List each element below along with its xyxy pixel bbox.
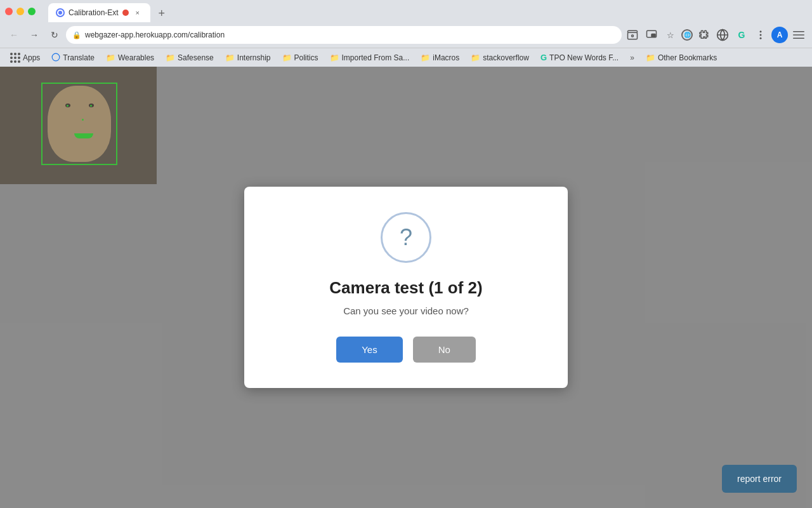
bookmarks-bar: Apps Translate 📁 Wearables 📁 Safesense 📁… xyxy=(0,48,812,67)
tab-title: Calibration-Ext xyxy=(69,8,119,17)
svg-point-6 xyxy=(760,34,762,36)
translate-extension-icon[interactable] xyxy=(714,27,731,43)
camera-test-dialog: ? Camera test (1 of 2) Can you see your … xyxy=(244,187,568,388)
tpo-label: TPO New Words F... xyxy=(549,53,619,62)
extensions-more-button[interactable] xyxy=(752,27,769,43)
bookmark-imported[interactable]: 📁 Imported From Sa... xyxy=(325,51,415,64)
wearables-label: Wearables xyxy=(118,53,154,62)
more-bookmarks-button[interactable]: » xyxy=(625,51,639,64)
politics-label: Politics xyxy=(294,53,318,62)
title-bar: Calibration-Ext × + xyxy=(0,0,812,22)
internship-folder-icon: 📁 xyxy=(225,53,235,62)
dialog-overlay: ? Camera test (1 of 2) Can you see your … xyxy=(0,67,812,508)
tab-favicon xyxy=(56,8,65,17)
imported-label: Imported From Sa... xyxy=(342,53,410,62)
bookmark-internship[interactable]: 📁 Internship xyxy=(220,51,276,64)
active-tab[interactable]: Calibration-Ext × xyxy=(48,3,150,22)
safesense-folder-icon: 📁 xyxy=(166,53,175,62)
stackoverflow-folder-icon: 📁 xyxy=(471,53,480,62)
apps-bookmark[interactable]: Apps xyxy=(5,51,45,65)
browser-frame: Calibration-Ext × + ← → ↻ 🔒 webgazer-app… xyxy=(0,0,812,508)
nav-right-icons: ☆ 🌐 G A xyxy=(624,27,807,43)
extensions-puzzle-button[interactable] xyxy=(695,27,712,43)
nav-bar: ← → ↻ 🔒 webgazer-app.herokuapp.com/calib… xyxy=(0,22,812,48)
security-lock-icon: 🔒 xyxy=(72,31,81,39)
svg-rect-10 xyxy=(793,38,804,39)
extensions-globe-icon[interactable]: 🌐 xyxy=(681,29,693,41)
safesense-label: Safesense xyxy=(178,53,214,62)
svg-rect-9 xyxy=(793,34,804,36)
bookmark-imacros[interactable]: 📁 iMacros xyxy=(416,51,464,64)
other-bookmarks-label: Other Bookmarks xyxy=(658,53,717,62)
svg-rect-3 xyxy=(652,34,655,37)
svg-point-1 xyxy=(632,35,634,37)
no-button[interactable]: No xyxy=(413,337,476,363)
bookmark-tpo[interactable]: G TPO New Words F... xyxy=(535,51,624,64)
bookmark-wearables[interactable]: 📁 Wearables xyxy=(101,51,159,64)
other-folder-icon: 📁 xyxy=(646,53,655,62)
report-error-button[interactable]: report error xyxy=(722,465,797,493)
svg-point-5 xyxy=(760,30,762,32)
imacros-folder-icon: 📁 xyxy=(421,53,430,62)
reload-button[interactable]: ↻ xyxy=(46,26,63,44)
question-mark: ? xyxy=(400,224,412,251)
bookmark-politics[interactable]: 📁 Politics xyxy=(277,51,324,64)
apps-label: Apps xyxy=(23,53,40,62)
bookmark-star-button[interactable]: ☆ xyxy=(662,27,679,43)
close-window-button[interactable] xyxy=(5,8,13,15)
dialog-question-icon: ? xyxy=(381,212,431,263)
cast-button[interactable] xyxy=(624,27,641,43)
profile-button[interactable]: A xyxy=(771,27,788,43)
imacros-label: iMacros xyxy=(433,53,459,62)
minimize-window-button[interactable] xyxy=(16,8,24,15)
maximize-window-button[interactable] xyxy=(28,8,36,15)
window-controls xyxy=(5,8,36,15)
bookmark-safesense[interactable]: 📁 Safesense xyxy=(160,51,219,64)
address-bar[interactable]: 🔒 webgazer-app.herokuapp.com/calibration xyxy=(66,26,622,44)
svg-rect-0 xyxy=(628,32,638,39)
internship-label: Internship xyxy=(237,53,271,62)
back-button[interactable]: ← xyxy=(5,26,23,44)
svg-point-7 xyxy=(760,37,762,39)
translate-bookmark-icon xyxy=(51,53,60,63)
stackoverflow-label: stackoverflow xyxy=(483,53,529,62)
tab-close-button[interactable]: × xyxy=(133,8,143,18)
chrome-menu-button[interactable] xyxy=(790,27,807,43)
svg-rect-8 xyxy=(793,31,804,32)
yes-button[interactable]: Yes xyxy=(336,337,402,363)
svg-point-11 xyxy=(53,53,60,61)
grammarly-extension-icon[interactable]: G xyxy=(733,27,750,43)
dialog-buttons: Yes No xyxy=(336,337,476,363)
dialog-title: Camera test (1 of 2) xyxy=(329,278,482,298)
wearables-folder-icon: 📁 xyxy=(106,53,115,62)
imported-folder-icon: 📁 xyxy=(330,53,339,62)
tab-record-indicator xyxy=(122,10,129,16)
tabs-bar: Calibration-Ext × + xyxy=(43,0,176,22)
dialog-subtitle: Can you see your video now? xyxy=(343,305,469,316)
page-content: ? Camera test (1 of 2) Can you see your … xyxy=(0,67,812,508)
bookmark-other[interactable]: 📁 Other Bookmarks xyxy=(641,51,722,64)
pip-button[interactable] xyxy=(643,27,660,43)
bookmark-translate[interactable]: Translate xyxy=(46,51,100,65)
translate-label: Translate xyxy=(63,53,95,62)
politics-folder-icon: 📁 xyxy=(282,53,292,62)
apps-grid-icon xyxy=(10,53,20,63)
bookmark-stackoverflow[interactable]: 📁 stackoverflow xyxy=(466,51,534,64)
forward-button[interactable]: → xyxy=(25,26,43,44)
url-text: webgazer-app.herokuapp.com/calibration xyxy=(85,30,615,39)
tpo-icon: G xyxy=(540,53,547,62)
new-tab-button[interactable]: + xyxy=(153,4,171,22)
